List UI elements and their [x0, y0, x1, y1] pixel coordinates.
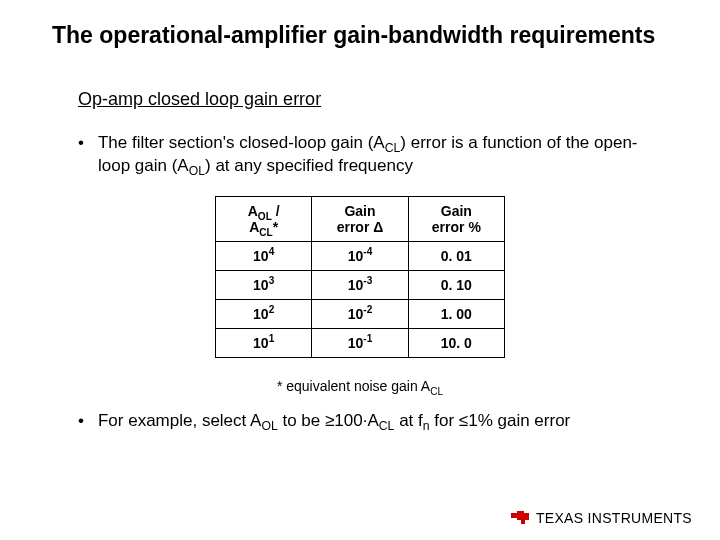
- text-fragment: ) at any specified frequency: [205, 156, 413, 175]
- text-fragment: 10: [253, 277, 269, 293]
- table-header-row: AOL / ACL* Gain error Δ Gain error %: [216, 196, 505, 241]
- bullet-list: The filter section's closed-loop gain (A…: [0, 132, 720, 178]
- col-header-ratio: AOL / ACL*: [216, 196, 312, 241]
- text-fragment: /: [272, 203, 280, 219]
- cell-ratio: 104: [216, 241, 312, 270]
- text-fragment: 10: [348, 335, 364, 351]
- text-fragment: 10: [253, 335, 269, 351]
- superscript: -1: [363, 333, 372, 344]
- text-fragment: at f: [394, 411, 422, 430]
- text-fragment: A: [249, 219, 259, 235]
- gain-error-table: AOL / ACL* Gain error Δ Gain error % 104…: [215, 196, 505, 358]
- cell-ratio: 102: [216, 299, 312, 328]
- text-fragment: Δ: [373, 219, 383, 235]
- ti-logo-text: TEXAS INSTRUMENTS: [536, 510, 692, 526]
- subscript: CL: [430, 386, 443, 397]
- superscript: 3: [269, 275, 275, 286]
- text-fragment: 10: [253, 248, 269, 264]
- text-fragment: error: [337, 219, 374, 235]
- text-fragment: 10: [348, 277, 364, 293]
- superscript: -4: [363, 246, 372, 257]
- cell-ratio: 101: [216, 328, 312, 357]
- text-fragment: 10: [253, 306, 269, 322]
- cell-delta: 10-3: [312, 270, 408, 299]
- cell-delta: 10-2: [312, 299, 408, 328]
- col-header-percent: Gain error %: [408, 196, 504, 241]
- text-fragment: Gain: [441, 203, 472, 219]
- subscript: OL: [261, 419, 277, 433]
- table-footnote: * equivalent noise gain ACL: [0, 378, 720, 394]
- table-row: 10210-21. 00: [216, 299, 505, 328]
- bullet-text: For example, select AOL to be ≥100·ACL a…: [98, 410, 660, 433]
- cell-percent: 0. 10: [408, 270, 504, 299]
- subscript: CL: [259, 227, 272, 238]
- text-fragment: 10: [348, 248, 364, 264]
- text-fragment: A: [248, 203, 258, 219]
- bullet-item: For example, select AOL to be ≥100·ACL a…: [78, 410, 660, 433]
- col-header-delta: Gain error Δ: [312, 196, 408, 241]
- text-fragment: Gain: [344, 203, 375, 219]
- text-fragment: 10: [348, 306, 364, 322]
- bullet-item: The filter section's closed-loop gain (A…: [78, 132, 660, 178]
- text-fragment: For example, select A: [98, 411, 261, 430]
- text-fragment: for ≤1% gain error: [430, 411, 571, 430]
- superscript: -3: [363, 275, 372, 286]
- cell-percent: 0. 01: [408, 241, 504, 270]
- cell-percent: 1. 00: [408, 299, 504, 328]
- slide-subtitle: Op-amp closed loop gain error: [78, 89, 720, 110]
- subscript: n: [423, 419, 430, 433]
- bullet-list: For example, select AOL to be ≥100·ACL a…: [0, 410, 720, 433]
- superscript: -2: [363, 304, 372, 315]
- superscript: 2: [269, 304, 275, 315]
- subscript: CL: [379, 419, 395, 433]
- text-fragment: error %: [432, 219, 481, 235]
- table-row: 10310-30. 10: [216, 270, 505, 299]
- table-row: 10110-110. 0: [216, 328, 505, 357]
- gain-table-wrap: AOL / ACL* Gain error Δ Gain error % 104…: [215, 196, 505, 358]
- slide-title: The operational-amplifier gain-bandwidth…: [52, 22, 720, 49]
- cell-delta: 10-1: [312, 328, 408, 357]
- slide: The operational-amplifier gain-bandwidth…: [0, 0, 720, 540]
- text-fragment: The filter section's closed-loop gain (A: [98, 133, 385, 152]
- text-fragment: *: [273, 219, 278, 235]
- subscript: OL: [189, 164, 205, 178]
- cell-percent: 10. 0: [408, 328, 504, 357]
- bullet-text: The filter section's closed-loop gain (A…: [98, 132, 660, 178]
- superscript: 4: [269, 246, 275, 257]
- subscript: CL: [385, 141, 401, 155]
- cell-ratio: 103: [216, 270, 312, 299]
- cell-delta: 10-4: [312, 241, 408, 270]
- ti-logo: TEXAS INSTRUMENTS: [510, 510, 692, 526]
- table-row: 10410-40. 01: [216, 241, 505, 270]
- superscript: 1: [269, 333, 275, 344]
- ti-chip-icon: [510, 511, 530, 525]
- text-fragment: to be ≥100·A: [278, 411, 379, 430]
- subscript: OL: [258, 211, 272, 222]
- text-fragment: * equivalent noise gain A: [277, 378, 430, 394]
